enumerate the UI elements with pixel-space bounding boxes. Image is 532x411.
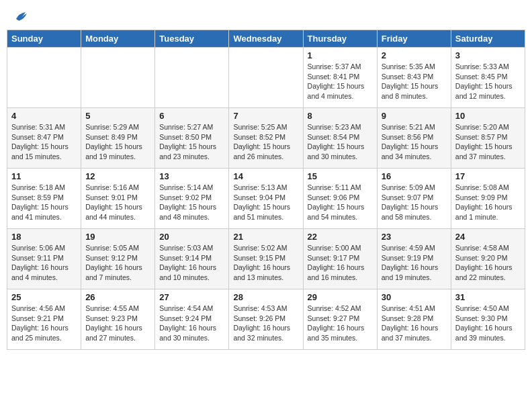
day-info: Sunrise: 5:33 AMSunset: 8:45 PMDaylight:… [455, 62, 521, 101]
calendar-cell [81, 48, 155, 108]
day-info: Sunrise: 5:37 AMSunset: 8:41 PMDaylight:… [308, 62, 373, 101]
calendar-cell: 7Sunrise: 5:25 AMSunset: 8:52 PMDaylight… [229, 108, 303, 169]
calendar-header-row: SundayMondayTuesdayWednesdayThursdayFrid… [7, 30, 525, 48]
day-info: Sunrise: 4:55 AMSunset: 9:23 PMDaylight:… [85, 304, 150, 343]
calendar-cell: 31Sunrise: 4:50 AMSunset: 9:30 PMDayligh… [451, 289, 525, 350]
day-info: Sunrise: 4:59 AMSunset: 9:19 PMDaylight:… [382, 243, 447, 283]
calendar-cell: 16Sunrise: 5:09 AMSunset: 9:07 PMDayligh… [377, 169, 451, 229]
column-header-friday: Friday [377, 30, 451, 48]
day-info: Sunrise: 5:29 AMSunset: 8:49 PMDaylight:… [85, 122, 150, 162]
calendar-cell: 24Sunrise: 4:58 AMSunset: 9:20 PMDayligh… [451, 229, 525, 289]
calendar-cell: 4Sunrise: 5:31 AMSunset: 8:47 PMDaylight… [7, 108, 81, 169]
calendar-cell: 11Sunrise: 5:18 AMSunset: 8:59 PMDayligh… [7, 169, 81, 229]
day-number: 24 [455, 232, 521, 242]
day-info: Sunrise: 5:00 AMSunset: 9:17 PMDaylight:… [308, 243, 373, 283]
day-info: Sunrise: 5:27 AMSunset: 8:50 PMDaylight:… [159, 122, 224, 162]
day-info: Sunrise: 5:06 AMSunset: 9:11 PMDaylight:… [11, 243, 77, 283]
calendar-cell: 22Sunrise: 5:00 AMSunset: 9:17 PMDayligh… [303, 229, 377, 289]
column-header-saturday: Saturday [451, 30, 525, 48]
day-number: 6 [159, 111, 224, 121]
day-number: 19 [85, 232, 150, 242]
calendar-cell: 30Sunrise: 4:51 AMSunset: 9:28 PMDayligh… [377, 289, 451, 350]
calendar-cell: 9Sunrise: 5:21 AMSunset: 8:56 PMDaylight… [377, 108, 451, 169]
calendar-cell: 29Sunrise: 4:52 AMSunset: 9:27 PMDayligh… [303, 289, 377, 350]
day-number: 18 [11, 232, 77, 242]
logo [11, 9, 28, 21]
day-info: Sunrise: 4:53 AMSunset: 9:26 PMDaylight:… [233, 304, 298, 343]
calendar-week-row: 1Sunrise: 5:37 AMSunset: 8:41 PMDaylight… [7, 48, 525, 108]
day-info: Sunrise: 5:31 AMSunset: 8:47 PMDaylight:… [11, 122, 77, 162]
header [7, 7, 525, 24]
column-header-tuesday: Tuesday [155, 30, 229, 48]
day-number: 23 [382, 232, 447, 242]
day-number: 26 [85, 292, 150, 302]
day-number: 22 [308, 232, 373, 242]
calendar-cell: 26Sunrise: 4:55 AMSunset: 9:23 PMDayligh… [81, 289, 155, 350]
calendar-week-row: 25Sunrise: 4:56 AMSunset: 9:21 PMDayligh… [7, 289, 525, 350]
day-number: 31 [455, 292, 521, 302]
day-number: 17 [455, 171, 521, 181]
calendar-cell: 5Sunrise: 5:29 AMSunset: 8:49 PMDaylight… [81, 108, 155, 169]
day-number: 20 [159, 232, 224, 242]
day-number: 15 [308, 171, 373, 181]
column-header-monday: Monday [81, 30, 155, 48]
day-number: 30 [382, 292, 447, 302]
calendar-week-row: 11Sunrise: 5:18 AMSunset: 8:59 PMDayligh… [7, 169, 525, 229]
day-number: 28 [233, 292, 298, 302]
day-info: Sunrise: 5:20 AMSunset: 8:57 PMDaylight:… [455, 122, 521, 162]
calendar-cell: 2Sunrise: 5:35 AMSunset: 8:43 PMDaylight… [377, 48, 451, 108]
day-number: 14 [233, 171, 298, 181]
day-number: 11 [11, 171, 77, 181]
day-info: Sunrise: 5:03 AMSunset: 9:14 PMDaylight:… [159, 243, 224, 283]
calendar-cell: 15Sunrise: 5:11 AMSunset: 9:06 PMDayligh… [303, 169, 377, 229]
column-header-thursday: Thursday [303, 30, 377, 48]
day-number: 4 [11, 111, 77, 121]
day-number: 25 [11, 292, 77, 302]
day-info: Sunrise: 5:35 AMSunset: 8:43 PMDaylight:… [382, 62, 447, 101]
calendar-cell [229, 48, 303, 108]
day-number: 1 [308, 50, 373, 60]
calendar-cell: 10Sunrise: 5:20 AMSunset: 8:57 PMDayligh… [451, 108, 525, 169]
day-info: Sunrise: 4:58 AMSunset: 9:20 PMDaylight:… [455, 243, 521, 283]
calendar-cell: 1Sunrise: 5:37 AMSunset: 8:41 PMDaylight… [303, 48, 377, 108]
day-number: 10 [455, 111, 521, 121]
calendar-cell: 18Sunrise: 5:06 AMSunset: 9:11 PMDayligh… [7, 229, 81, 289]
calendar-cell: 28Sunrise: 4:53 AMSunset: 9:26 PMDayligh… [229, 289, 303, 350]
day-number: 2 [382, 50, 447, 60]
day-info: Sunrise: 5:05 AMSunset: 9:12 PMDaylight:… [85, 243, 150, 283]
day-number: 13 [159, 171, 224, 181]
day-info: Sunrise: 5:23 AMSunset: 8:54 PMDaylight:… [308, 122, 373, 162]
day-info: Sunrise: 5:08 AMSunset: 9:09 PMDaylight:… [455, 183, 521, 222]
calendar-cell: 8Sunrise: 5:23 AMSunset: 8:54 PMDaylight… [303, 108, 377, 169]
day-number: 16 [382, 171, 447, 181]
day-number: 5 [85, 111, 150, 121]
day-info: Sunrise: 4:56 AMSunset: 9:21 PMDaylight:… [11, 304, 77, 343]
calendar-week-row: 4Sunrise: 5:31 AMSunset: 8:47 PMDaylight… [7, 108, 525, 169]
day-info: Sunrise: 5:02 AMSunset: 9:15 PMDaylight:… [233, 243, 298, 283]
day-info: Sunrise: 4:51 AMSunset: 9:28 PMDaylight:… [382, 304, 447, 343]
day-number: 21 [233, 232, 298, 242]
day-info: Sunrise: 5:14 AMSunset: 9:02 PMDaylight:… [159, 183, 224, 222]
day-info: Sunrise: 5:18 AMSunset: 8:59 PMDaylight:… [11, 183, 77, 222]
day-info: Sunrise: 4:54 AMSunset: 9:24 PMDaylight:… [159, 304, 224, 343]
day-number: 12 [85, 171, 150, 181]
calendar-cell: 27Sunrise: 4:54 AMSunset: 9:24 PMDayligh… [155, 289, 229, 350]
day-info: Sunrise: 5:16 AMSunset: 9:01 PMDaylight:… [85, 183, 150, 222]
logo-bird-icon [13, 9, 28, 24]
calendar-week-row: 18Sunrise: 5:06 AMSunset: 9:11 PMDayligh… [7, 229, 525, 289]
calendar-cell [7, 48, 81, 108]
calendar-cell: 21Sunrise: 5:02 AMSunset: 9:15 PMDayligh… [229, 229, 303, 289]
day-info: Sunrise: 5:11 AMSunset: 9:06 PMDaylight:… [308, 183, 373, 222]
calendar-cell [155, 48, 229, 108]
day-number: 3 [455, 50, 521, 60]
calendar-cell: 6Sunrise: 5:27 AMSunset: 8:50 PMDaylight… [155, 108, 229, 169]
day-info: Sunrise: 4:52 AMSunset: 9:27 PMDaylight:… [308, 304, 373, 343]
column-header-wednesday: Wednesday [229, 30, 303, 48]
calendar-cell: 13Sunrise: 5:14 AMSunset: 9:02 PMDayligh… [155, 169, 229, 229]
calendar-cell: 17Sunrise: 5:08 AMSunset: 9:09 PMDayligh… [451, 169, 525, 229]
calendar-cell: 23Sunrise: 4:59 AMSunset: 9:19 PMDayligh… [377, 229, 451, 289]
day-info: Sunrise: 5:21 AMSunset: 8:56 PMDaylight:… [382, 122, 447, 162]
day-number: 9 [382, 111, 447, 121]
calendar-cell: 25Sunrise: 4:56 AMSunset: 9:21 PMDayligh… [7, 289, 81, 350]
day-number: 27 [159, 292, 224, 302]
